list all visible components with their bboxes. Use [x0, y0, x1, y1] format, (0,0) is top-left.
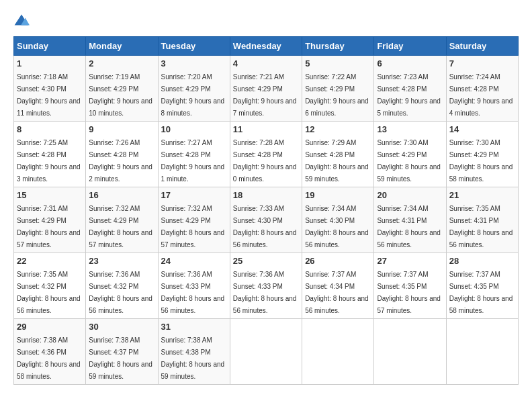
calendar-cell: 20 Sunrise: 7:34 AMSunset: 4:31 PMDaylig… — [374, 187, 446, 253]
day-detail: Sunrise: 7:32 AMSunset: 4:29 PMDaylight:… — [161, 205, 225, 248]
weekday-sunday: Sunday — [14, 37, 86, 56]
day-number: 1 — [17, 58, 83, 68]
calendar-cell: 10 Sunrise: 7:27 AMSunset: 4:28 PMDaylig… — [158, 122, 230, 187]
day-detail: Sunrise: 7:27 AMSunset: 4:28 PMDaylight:… — [161, 139, 225, 183]
calendar-cell — [374, 319, 446, 385]
week-row-5: 29 Sunrise: 7:38 AMSunset: 4:36 PMDaylig… — [14, 319, 519, 385]
week-row-1: 1 Sunrise: 7:18 AMSunset: 4:30 PMDayligh… — [14, 56, 519, 122]
day-detail: Sunrise: 7:26 AMSunset: 4:28 PMDaylight:… — [89, 139, 152, 183]
day-detail: Sunrise: 7:35 AMSunset: 4:31 PMDaylight:… — [449, 205, 513, 248]
day-detail: Sunrise: 7:35 AMSunset: 4:32 PMDaylight:… — [17, 271, 81, 314]
day-detail: Sunrise: 7:37 AMSunset: 4:35 PMDaylight:… — [377, 271, 441, 314]
calendar-cell: 18 Sunrise: 7:33 AMSunset: 4:30 PMDaylig… — [230, 187, 302, 253]
calendar-cell: 22 Sunrise: 7:35 AMSunset: 4:32 PMDaylig… — [14, 253, 86, 319]
day-detail: Sunrise: 7:28 AMSunset: 4:28 PMDaylight:… — [233, 139, 297, 183]
day-number: 26 — [305, 256, 371, 266]
calendar-cell: 21 Sunrise: 7:35 AMSunset: 4:31 PMDaylig… — [446, 187, 518, 253]
day-number: 28 — [449, 256, 515, 266]
calendar-cell: 9 Sunrise: 7:26 AMSunset: 4:28 PMDayligh… — [86, 122, 158, 187]
day-detail: Sunrise: 7:20 AMSunset: 4:29 PMDaylight:… — [161, 73, 225, 117]
calendar-cell: 28 Sunrise: 7:37 AMSunset: 4:35 PMDaylig… — [446, 253, 518, 319]
day-detail: Sunrise: 7:18 AMSunset: 4:30 PMDaylight:… — [17, 73, 81, 117]
day-number: 7 — [449, 58, 515, 68]
calendar-cell: 2 Sunrise: 7:19 AMSunset: 4:29 PMDayligh… — [86, 56, 158, 122]
day-number: 25 — [233, 256, 299, 266]
day-detail: Sunrise: 7:38 AMSunset: 4:37 PMDaylight:… — [89, 336, 152, 380]
day-number: 5 — [305, 58, 371, 68]
weekday-thursday: Thursday — [302, 37, 374, 56]
day-number: 20 — [377, 190, 443, 200]
weekday-monday: Monday — [86, 37, 158, 56]
page-header — [13, 13, 519, 30]
day-number: 18 — [233, 190, 299, 200]
calendar-cell: 16 Sunrise: 7:32 AMSunset: 4:29 PMDaylig… — [86, 187, 158, 253]
calendar-cell: 24 Sunrise: 7:36 AMSunset: 4:33 PMDaylig… — [158, 253, 230, 319]
day-number: 19 — [305, 190, 371, 200]
day-detail: Sunrise: 7:22 AMSunset: 4:29 PMDaylight:… — [305, 73, 369, 117]
calendar-cell: 29 Sunrise: 7:38 AMSunset: 4:36 PMDaylig… — [14, 319, 86, 385]
day-number: 22 — [17, 256, 83, 266]
calendar-cell: 8 Sunrise: 7:25 AMSunset: 4:28 PMDayligh… — [14, 122, 86, 187]
day-number: 29 — [17, 322, 83, 332]
calendar-cell: 27 Sunrise: 7:37 AMSunset: 4:35 PMDaylig… — [374, 253, 446, 319]
calendar-cell — [230, 319, 302, 385]
day-number: 16 — [89, 190, 154, 200]
day-detail: Sunrise: 7:33 AMSunset: 4:30 PMDaylight:… — [233, 205, 297, 248]
calendar-cell: 5 Sunrise: 7:22 AMSunset: 4:29 PMDayligh… — [302, 56, 374, 122]
calendar-cell: 1 Sunrise: 7:18 AMSunset: 4:30 PMDayligh… — [14, 56, 86, 122]
calendar-cell: 26 Sunrise: 7:37 AMSunset: 4:34 PMDaylig… — [302, 253, 374, 319]
day-detail: Sunrise: 7:25 AMSunset: 4:28 PMDaylight:… — [17, 139, 81, 183]
logo — [13, 13, 32, 30]
day-number: 6 — [377, 58, 443, 68]
calendar-cell: 12 Sunrise: 7:29 AMSunset: 4:28 PMDaylig… — [302, 122, 374, 187]
day-detail: Sunrise: 7:37 AMSunset: 4:34 PMDaylight:… — [305, 271, 369, 314]
day-detail: Sunrise: 7:30 AMSunset: 4:29 PMDaylight:… — [449, 139, 513, 183]
day-number: 31 — [161, 322, 227, 332]
day-number: 24 — [161, 256, 227, 266]
day-number: 10 — [161, 124, 227, 134]
calendar-cell: 14 Sunrise: 7:30 AMSunset: 4:29 PMDaylig… — [446, 122, 518, 187]
day-detail: Sunrise: 7:36 AMSunset: 4:33 PMDaylight:… — [233, 271, 297, 314]
day-number: 12 — [305, 124, 371, 134]
calendar-cell: 17 Sunrise: 7:32 AMSunset: 4:29 PMDaylig… — [158, 187, 230, 253]
day-detail: Sunrise: 7:36 AMSunset: 4:32 PMDaylight:… — [89, 271, 152, 314]
day-number: 23 — [89, 256, 154, 266]
weekday-tuesday: Tuesday — [158, 37, 230, 56]
day-number: 14 — [449, 124, 515, 134]
day-detail: Sunrise: 7:21 AMSunset: 4:29 PMDaylight:… — [233, 73, 297, 117]
day-detail: Sunrise: 7:38 AMSunset: 4:36 PMDaylight:… — [17, 336, 81, 380]
day-number: 11 — [233, 124, 299, 134]
day-detail: Sunrise: 7:24 AMSunset: 4:28 PMDaylight:… — [449, 73, 513, 117]
calendar-cell: 7 Sunrise: 7:24 AMSunset: 4:28 PMDayligh… — [446, 56, 518, 122]
weekday-friday: Friday — [374, 37, 446, 56]
calendar-cell: 4 Sunrise: 7:21 AMSunset: 4:29 PMDayligh… — [230, 56, 302, 122]
day-detail: Sunrise: 7:37 AMSunset: 4:35 PMDaylight:… — [449, 271, 513, 314]
calendar-cell: 30 Sunrise: 7:38 AMSunset: 4:37 PMDaylig… — [86, 319, 158, 385]
day-detail: Sunrise: 7:32 AMSunset: 4:29 PMDaylight:… — [89, 205, 152, 248]
calendar-body: 1 Sunrise: 7:18 AMSunset: 4:30 PMDayligh… — [14, 56, 519, 385]
calendar-cell: 31 Sunrise: 7:38 AMSunset: 4:38 PMDaylig… — [158, 319, 230, 385]
day-number: 9 — [89, 124, 154, 134]
day-detail: Sunrise: 7:31 AMSunset: 4:29 PMDaylight:… — [17, 205, 81, 248]
calendar-cell: 15 Sunrise: 7:31 AMSunset: 4:29 PMDaylig… — [14, 187, 86, 253]
day-number: 8 — [17, 124, 83, 134]
calendar-cell: 13 Sunrise: 7:30 AMSunset: 4:29 PMDaylig… — [374, 122, 446, 187]
day-number: 21 — [449, 190, 515, 200]
day-number: 2 — [89, 58, 154, 68]
calendar-cell: 23 Sunrise: 7:36 AMSunset: 4:32 PMDaylig… — [86, 253, 158, 319]
weekday-wednesday: Wednesday — [230, 37, 302, 56]
day-number: 3 — [161, 58, 227, 68]
day-number: 17 — [161, 190, 227, 200]
calendar-cell — [302, 319, 374, 385]
calendar-cell: 11 Sunrise: 7:28 AMSunset: 4:28 PMDaylig… — [230, 122, 302, 187]
day-number: 13 — [377, 124, 443, 134]
day-number: 30 — [89, 322, 154, 332]
week-row-2: 8 Sunrise: 7:25 AMSunset: 4:28 PMDayligh… — [14, 122, 519, 187]
day-detail: Sunrise: 7:30 AMSunset: 4:29 PMDaylight:… — [377, 139, 441, 183]
day-number: 4 — [233, 58, 299, 68]
day-number: 15 — [17, 190, 83, 200]
week-row-3: 15 Sunrise: 7:31 AMSunset: 4:29 PMDaylig… — [14, 187, 519, 253]
logo-icon — [13, 13, 30, 30]
day-detail: Sunrise: 7:19 AMSunset: 4:29 PMDaylight:… — [89, 73, 152, 117]
calendar-cell: 25 Sunrise: 7:36 AMSunset: 4:33 PMDaylig… — [230, 253, 302, 319]
